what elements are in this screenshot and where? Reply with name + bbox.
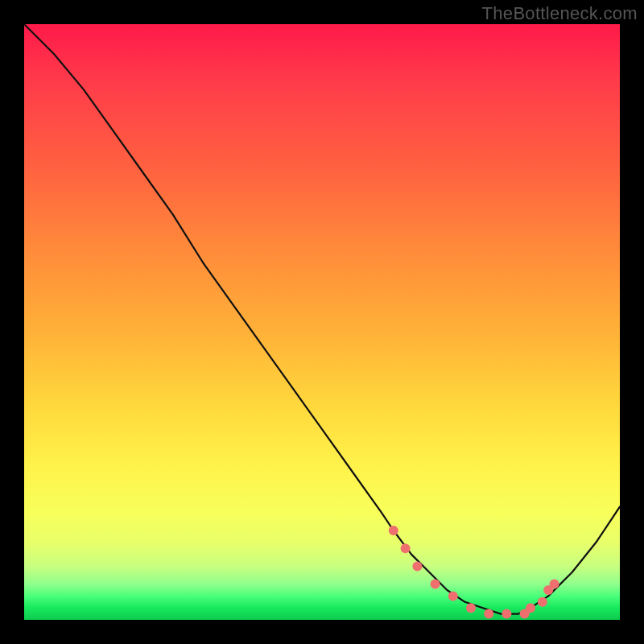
plot-area <box>24 24 620 620</box>
highlight-point <box>448 591 458 601</box>
highlight-point <box>412 561 422 571</box>
bottleneck-curve-svg <box>24 24 620 620</box>
watermark-text: TheBottleneck.com <box>482 3 638 24</box>
bottleneck-curve <box>24 24 620 614</box>
highlight-point <box>484 609 493 619</box>
highlight-point <box>526 603 535 613</box>
highlight-point <box>538 597 547 607</box>
highlight-point <box>431 580 440 589</box>
highlight-point-group <box>389 526 559 619</box>
highlight-point <box>502 609 511 619</box>
highlight-point <box>466 603 476 613</box>
chart-frame: TheBottleneck.com <box>0 0 644 644</box>
highlight-point <box>401 543 411 553</box>
highlight-point <box>389 526 398 535</box>
highlight-point <box>550 580 559 589</box>
